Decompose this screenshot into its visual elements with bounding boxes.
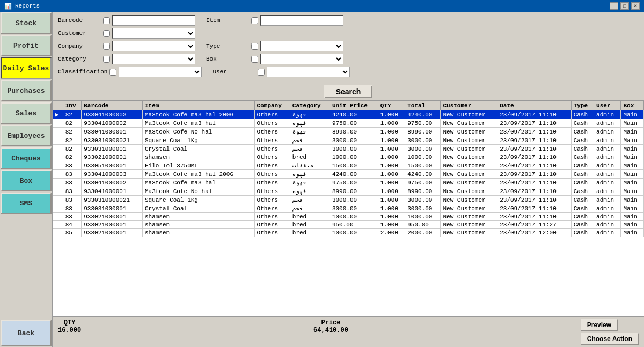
cell-1: 83	[63, 170, 82, 179]
item-checkbox[interactable]	[251, 17, 258, 24]
box-checkbox[interactable]	[251, 56, 258, 63]
preview-button[interactable]: Preview	[581, 319, 618, 331]
cell-8: 3000.00	[405, 196, 441, 204]
row-indicator	[53, 213, 63, 221]
cell-6: 3000.00	[330, 145, 378, 153]
table-header-row: Inv Barcode Item Company Category Unit P…	[53, 101, 644, 110]
close-button[interactable]: ✕	[631, 2, 640, 10]
table-container[interactable]: Inv Barcode Item Company Category Unit P…	[53, 101, 644, 316]
item-input[interactable]	[260, 15, 343, 26]
cell-9: New Customer	[441, 128, 497, 136]
row-indicator	[53, 145, 63, 153]
sidebar-item-sales[interactable]: Sales	[1, 102, 52, 124]
cell-10: 23/09/2017 11:10	[497, 170, 571, 179]
sidebar-item-daily-sales[interactable]: Daily Sales	[1, 57, 52, 79]
sidebar-item-employees[interactable]: Employees	[1, 125, 52, 146]
cell-3: shamsen	[142, 153, 254, 161]
table-row[interactable]: 84933021000001shamsenOthersbred950.001.0…	[53, 221, 644, 229]
classification-select[interactable]	[119, 67, 202, 77]
choose-action-button[interactable]: Choose Action	[581, 333, 639, 345]
cell-12: admin	[594, 110, 621, 119]
cell-8: 1000.00	[405, 153, 441, 161]
table-row[interactable]: 83933051000001Filo Tol 3750MLOthersمنقفا…	[53, 161, 644, 170]
cell-4: Others	[254, 187, 290, 196]
table-row[interactable]: 85933021000001shamsenOthersbred1000.002.…	[53, 229, 644, 237]
sidebar-item-box[interactable]: Box	[1, 170, 52, 191]
barcode-checkbox[interactable]	[103, 17, 110, 24]
table-row[interactable]: 82933041000002Ma3took Cofe ma3 halOthers…	[53, 119, 644, 128]
search-button[interactable]: Search	[324, 85, 373, 98]
sidebar-item-stock[interactable]: Stock	[1, 12, 52, 34]
sidebar: Stock Profit Daily Sales Purchases Sales…	[0, 12, 53, 347]
price-label: Price	[313, 319, 348, 327]
category-select[interactable]	[112, 54, 195, 64]
table-row[interactable]: 839330310000021Square Coal 1KgOthersفحم3…	[53, 196, 644, 204]
barcode-input[interactable]	[112, 15, 195, 26]
cell-4: Others	[254, 229, 290, 237]
cell-11: Cash	[571, 145, 594, 153]
cell-12: admin	[594, 213, 621, 221]
sidebar-item-cheques[interactable]: Cheques	[1, 147, 52, 169]
cell-11: Cash	[571, 213, 594, 221]
customer-select[interactable]	[112, 28, 195, 39]
cell-6: 3000.00	[330, 196, 378, 204]
cell-1: 85	[63, 229, 82, 237]
cell-13: Main	[621, 128, 644, 136]
company-select[interactable]	[112, 41, 195, 51]
customer-checkbox[interactable]	[103, 30, 110, 37]
table-row[interactable]: 82933041000001Ma3took Cofe No halOthersق…	[53, 128, 644, 136]
sidebar-item-profit[interactable]: Profit	[1, 35, 52, 56]
type-select[interactable]	[260, 41, 343, 51]
cell-13: Main	[621, 187, 644, 196]
table-row[interactable]: 82933031000001Crystal CoalOthersفحم3000.…	[53, 145, 644, 153]
type-checkbox[interactable]	[251, 43, 258, 50]
table-row[interactable]: 83933041000003Ma3took Cofe ma3 hal 200GO…	[53, 170, 644, 179]
cell-10: 23/09/2017 11:10	[497, 179, 571, 187]
qty-label: QTY	[58, 319, 81, 327]
cell-11: Cash	[571, 187, 594, 196]
table-row[interactable]: ▶82933041000003Ma3took Cofe ma3 hal 200G…	[53, 110, 644, 119]
sidebar-item-purchases[interactable]: Purchases	[1, 80, 52, 101]
table-row[interactable]: 83933041000001Ma3took Cofe No halOthersق…	[53, 187, 644, 196]
table-row[interactable]: 83933031000001Crystal CoalOthersفحم3000.…	[53, 204, 644, 213]
cell-2: 933041000003	[82, 170, 143, 179]
cell-8: 3000.00	[405, 136, 441, 145]
user-checkbox[interactable]	[258, 69, 265, 76]
cell-2: 9330310000021	[82, 136, 143, 145]
cell-7: 1.000	[378, 196, 405, 204]
cell-8: 1500.00	[405, 161, 441, 170]
table-row[interactable]: 83933041000002Ma3took Cofe ma3 halOthers…	[53, 179, 644, 187]
table-row[interactable]: 829330310000021Square Coal 1KgOthersفحم3…	[53, 136, 644, 145]
user-label: User	[213, 69, 255, 75]
cell-5: فحم	[290, 196, 330, 204]
cell-6: 4240.00	[330, 110, 378, 119]
user-select[interactable]	[267, 67, 350, 77]
classification-checkbox[interactable]	[109, 69, 116, 76]
minimize-button[interactable]: —	[610, 2, 618, 10]
table-row[interactable]: 82933021000001shamsenOthersbred1000.001.…	[53, 153, 644, 161]
cell-9: New Customer	[441, 110, 497, 119]
cell-13: Main	[621, 153, 644, 161]
cell-12: admin	[594, 161, 621, 170]
title-bar-left: 📊 Reports	[4, 3, 40, 10]
cell-13: Main	[621, 170, 644, 179]
title-bar-text: Reports	[15, 3, 40, 9]
company-checkbox[interactable]	[103, 43, 110, 50]
cell-3: Filo Tol 3750ML	[142, 161, 254, 170]
cell-5: قهوة	[290, 119, 330, 128]
cell-8: 3000.00	[405, 145, 441, 153]
back-button[interactable]: Back	[1, 320, 52, 346]
cell-7: 2.000	[378, 229, 405, 237]
row-indicator	[53, 221, 63, 229]
maximize-button[interactable]: □	[620, 2, 629, 10]
box-select[interactable]	[260, 54, 343, 64]
cell-11: Cash	[571, 119, 594, 128]
category-checkbox[interactable]	[103, 56, 110, 63]
table-row[interactable]: 83933021000001shamsenOthersbred1000.001.…	[53, 213, 644, 221]
cell-5: فحم	[290, 145, 330, 153]
classification-filter: Classification	[58, 67, 202, 77]
cell-10: 23/09/2017 11:10	[497, 110, 571, 119]
cell-6: 1500.00	[330, 161, 378, 170]
box-filter: Box	[206, 54, 343, 64]
sidebar-item-sms[interactable]: SMS	[1, 193, 52, 214]
